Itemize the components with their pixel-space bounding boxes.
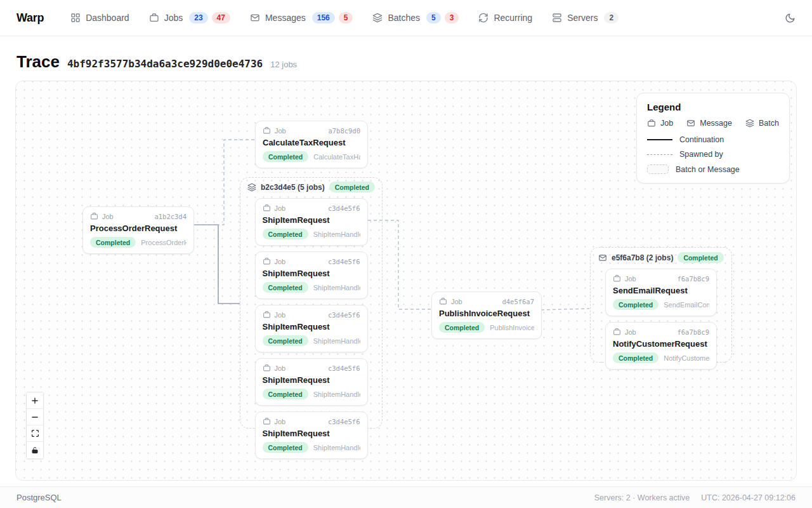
status-badge: Completed bbox=[613, 299, 658, 310]
lock-icon bbox=[31, 446, 39, 454]
briefcase-icon bbox=[647, 119, 656, 128]
dashboard-grid-icon bbox=[70, 13, 81, 23]
message-group-container[interactable]: e5f6a7b8 (2 jobs) Completed Job f6a7b8c9… bbox=[590, 247, 732, 363]
nav-item-messages[interactable]: Messages 156 5 bbox=[250, 12, 353, 23]
card-kind-label: Job bbox=[102, 213, 114, 220]
briefcase-icon bbox=[263, 126, 271, 135]
job-card-ship-item[interactable]: Job c3d4e5f6 ShipItemRequest Completed S… bbox=[255, 411, 368, 459]
nav-label: Recurring bbox=[494, 13, 532, 23]
status-badge: Completed bbox=[613, 352, 658, 363]
status-badge: Completed bbox=[329, 182, 375, 192]
dashed-box-swatch bbox=[647, 164, 669, 174]
job-card-ship-item[interactable]: Job c3d4e5f6 ShipItemRequest Completed S… bbox=[255, 358, 368, 406]
job-card-process-order[interactable]: Job a1b2c3d4 ProcessOrderRequest Complet… bbox=[82, 206, 194, 254]
briefcase-icon bbox=[90, 212, 98, 220]
nav-item-batches[interactable]: Batches 5 3 bbox=[372, 12, 459, 23]
lock-interactivity-button[interactable] bbox=[27, 442, 43, 458]
job-id: c3d4e5f6 bbox=[328, 364, 360, 372]
zoom-in-button[interactable] bbox=[27, 392, 43, 409]
batch-group-header[interactable]: b2c3d4e5 (5 jobs) Completed bbox=[240, 177, 383, 192]
handler-name: ProcessOrderHan… bbox=[141, 239, 187, 246]
status-badge: Completed bbox=[263, 335, 308, 346]
nav-item-servers[interactable]: Servers 2 bbox=[552, 12, 619, 23]
nav-label: Servers bbox=[567, 13, 598, 23]
batches-active-badge: 5 bbox=[426, 12, 441, 23]
nav-label: Batches bbox=[388, 13, 420, 23]
job-id: a7b8c9d0 bbox=[328, 127, 360, 135]
card-kind-label: Job bbox=[275, 311, 286, 319]
briefcase-icon bbox=[149, 13, 159, 23]
status-badge: Completed bbox=[263, 282, 308, 293]
job-title: PublishInvoiceRequest bbox=[439, 309, 534, 318]
nav-item-jobs[interactable]: Jobs 23 47 bbox=[149, 12, 230, 23]
job-card-send-email[interactable]: Job f6a7b8c9 SendEmailRequest Completed … bbox=[605, 269, 717, 316]
nav-label: Messages bbox=[265, 13, 306, 23]
job-id: a1b2c3d4 bbox=[154, 213, 187, 220]
job-id: c3d4e5f6 bbox=[328, 204, 360, 212]
job-card-ship-item[interactable]: Job c3d4e5f6 ShipItemRequest Completed S… bbox=[255, 198, 368, 246]
job-card-notify-customer[interactable]: Job f6a7b8c9 NotifyCustomerRequest Compl… bbox=[605, 322, 717, 370]
briefcase-icon bbox=[263, 417, 271, 425]
utc-clock: UTC: 2026-04-27 09:12:06 bbox=[701, 493, 796, 502]
legend-panel: Legend Job Message Batch Continuation Sp… bbox=[636, 93, 790, 184]
legend-spawned-by: Spawned by bbox=[647, 150, 779, 159]
job-card-ship-item[interactable]: Job c3d4e5f6 ShipItemRequest Completed S… bbox=[255, 251, 368, 299]
message-group-header[interactable]: e5f6a7b8 (2 jobs) Completed bbox=[591, 248, 731, 263]
legend-label: Batch or Message bbox=[676, 165, 740, 174]
messages-active-badge: 156 bbox=[312, 12, 335, 23]
handler-name: SendEmailComm… bbox=[664, 301, 709, 309]
job-id: c3d4e5f6 bbox=[328, 418, 360, 425]
card-kind-label: Job bbox=[625, 328, 636, 336]
jobs-count: 12 jobs bbox=[270, 60, 297, 69]
legend-type-batch: Batch bbox=[745, 119, 779, 128]
status-badge: Completed bbox=[678, 252, 723, 263]
status-badge: Completed bbox=[439, 322, 485, 333]
status-bar: PostgreSQL Servers: 2 · Workers active U… bbox=[0, 486, 812, 508]
legend-label: Batch bbox=[759, 119, 779, 128]
message-group-title: e5f6a7b8 (2 jobs) bbox=[612, 253, 673, 262]
solid-line-swatch bbox=[647, 139, 672, 140]
layers-icon bbox=[247, 183, 256, 192]
minus-icon bbox=[30, 413, 39, 422]
status-badge: Completed bbox=[263, 229, 308, 239]
job-title: NotifyCustomerRequest bbox=[613, 339, 709, 349]
status-badge: Completed bbox=[263, 442, 308, 453]
job-card-calculate-tax[interactable]: Job a7b8c9d0 CalculateTaxRequest Complet… bbox=[255, 121, 368, 168]
job-id: f6a7b8c9 bbox=[677, 275, 709, 283]
plus-icon bbox=[30, 396, 39, 405]
jobs-failed-badge: 47 bbox=[212, 12, 230, 23]
layers-icon bbox=[372, 13, 383, 23]
app-logo[interactable]: Warp bbox=[16, 11, 44, 25]
servers-status: Servers: 2 · Workers active bbox=[594, 493, 690, 502]
legend-title: Legend bbox=[647, 102, 779, 112]
dark-mode-toggle[interactable] bbox=[785, 13, 796, 23]
job-title: ShipItemRequest bbox=[263, 375, 360, 385]
card-kind-label: Job bbox=[275, 364, 286, 372]
top-navbar: Warp Dashboard Jobs 23 47 Messages 156 5… bbox=[0, 0, 812, 36]
fit-view-button[interactable] bbox=[27, 425, 43, 442]
handler-name: ShipItemHandler bbox=[313, 444, 360, 451]
trace-graph-canvas[interactable]: Job a1b2c3d4 ProcessOrderRequest Complet… bbox=[15, 81, 797, 481]
zoom-out-button[interactable] bbox=[27, 409, 43, 425]
job-title: ProcessOrderRequest bbox=[90, 224, 187, 233]
card-kind-label: Job bbox=[451, 298, 462, 305]
batches-failed-badge: 3 bbox=[445, 12, 459, 23]
job-title: CalculateTaxRequest bbox=[263, 138, 360, 147]
handler-name: ShipItemHandler bbox=[313, 231, 360, 238]
legend-label: Continuation bbox=[679, 135, 724, 144]
page-header: Trace 4bf92f3577b34da6a3ce929d0e0e4736 1… bbox=[0, 36, 812, 72]
job-id: d4e5f6a7 bbox=[502, 298, 534, 305]
legend-continuation: Continuation bbox=[647, 135, 779, 144]
job-card-publish-invoice[interactable]: Job d4e5f6a7 PublishInvoiceRequest Compl… bbox=[431, 291, 542, 339]
status-badge: Completed bbox=[90, 237, 136, 248]
briefcase-icon bbox=[263, 311, 271, 319]
briefcase-icon bbox=[263, 364, 271, 372]
messages-failed-badge: 5 bbox=[339, 12, 353, 23]
job-card-ship-item[interactable]: Job c3d4e5f6 ShipItemRequest Completed S… bbox=[255, 305, 368, 352]
card-kind-label: Job bbox=[275, 258, 286, 265]
legend-label: Spawned by bbox=[679, 150, 723, 159]
nav-item-dashboard[interactable]: Dashboard bbox=[70, 13, 129, 23]
nav-item-recurring[interactable]: Recurring bbox=[478, 13, 532, 23]
nav-label: Jobs bbox=[164, 13, 183, 23]
legend-type-message: Message bbox=[686, 119, 732, 128]
